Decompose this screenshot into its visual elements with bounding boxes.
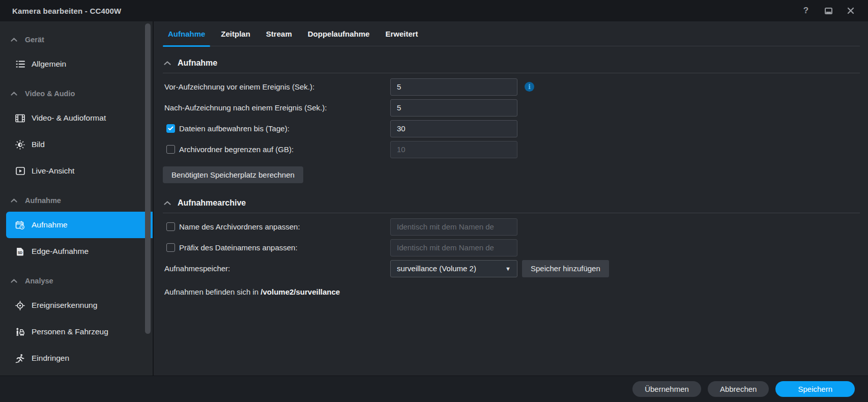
tab-doppelaufnahme[interactable]: Doppelaufnahme	[303, 21, 375, 46]
window-controls: ?	[801, 0, 856, 21]
chevron-up-icon	[164, 201, 171, 205]
save-button[interactable]: Speichern	[775, 381, 855, 397]
sidebar-item-label: Aufnahme	[32, 220, 68, 229]
storage-label: Aufnahmespeicher:	[163, 264, 390, 273]
section-header-aufnahme[interactable]: Aufnahme	[163, 55, 860, 71]
chevron-up-icon	[11, 92, 17, 96]
custom-archive-name-row: Name des Archivordners anpassen:	[163, 216, 860, 237]
storage-select[interactable]: surveillance (Volume 2) ▼	[390, 260, 517, 277]
pre-recording-input[interactable]	[390, 78, 517, 96]
window-title: Kamera bearbeiten - CC400W	[12, 7, 121, 15]
limit-archive-row: Archivordner begrenzen auf (GB):	[163, 139, 860, 160]
recording-calendar-icon	[15, 220, 25, 230]
recording-location-text: Aufnahmen befinden sich in /volume2/surv…	[163, 288, 860, 296]
sidebar-item-bild[interactable]: Bild	[6, 131, 153, 158]
custom-archive-name-label: Name des Archivordners anpassen:	[179, 222, 300, 231]
sidebar-item-live-ansicht[interactable]: Live-Ansicht	[6, 158, 153, 184]
section-title: Aufnahme	[178, 59, 217, 68]
keep-files-label: Dateien aufbewahren bis (Tage):	[179, 124, 290, 133]
section-title: Aufnahmearchive	[178, 198, 246, 208]
tab-erweitert[interactable]: Erweitert	[380, 21, 423, 46]
sidebar-item-label: Ereigniserkennung	[32, 301, 97, 310]
sidebar-item-aufnahme[interactable]: Aufnahme	[6, 212, 153, 238]
sidebar-item-eindringen[interactable]: Eindringen	[6, 345, 153, 371]
check-icon	[168, 126, 173, 131]
dialog-footer: Übernehmen Abbrechen Speichern	[0, 376, 868, 402]
calculate-storage-button[interactable]: Benötigten Speicherplatz berechnen	[163, 166, 303, 183]
list-icon	[15, 60, 25, 69]
svg-text:SD: SD	[18, 250, 22, 254]
sidebar-item-allgemein[interactable]: Allgemein	[6, 51, 153, 77]
chevron-up-icon	[11, 38, 17, 42]
sidebar-item-label: Bild	[32, 140, 45, 149]
sidebar-item-ereigniserkennung[interactable]: Ereigniserkennung	[6, 292, 153, 319]
sidebar-item-label: Live-Ansicht	[32, 166, 74, 176]
sidebar-item-label: Allgemein	[32, 60, 66, 69]
sidebar-item-edge-aufnahme[interactable]: SD Edge-Aufnahme	[6, 238, 153, 265]
sidebar-item-label: Personen & Fahrzeug	[32, 327, 108, 336]
post-recording-row: Nach-Aufzeichnung nach einem Ereignis (S…	[163, 97, 860, 118]
sidebar-section-label: Video & Audio	[25, 90, 75, 98]
chevron-down-icon: ▼	[505, 266, 511, 272]
sidebar-item-label: Video- & Audioformat	[32, 113, 106, 123]
pre-recording-row: Vor-Aufzeichnung vor einem Ereignis (Sek…	[163, 76, 860, 97]
tab-aufnahme[interactable]: Aufnahme	[163, 21, 210, 46]
storage-selected-value: surveillance (Volume 2)	[397, 264, 501, 273]
brightness-icon	[15, 140, 25, 150]
storage-row: Aufnahmespeicher: surveillance (Volume 2…	[163, 258, 860, 279]
live-view-icon	[15, 166, 25, 176]
sidebar-item-videoformat[interactable]: Video- & Audioformat	[6, 105, 153, 131]
main-content: Aufnahme Zeitplan Stream Doppelaufnahme …	[155, 21, 868, 376]
recording-path: /volume2/surveillance	[261, 288, 340, 296]
cancel-button[interactable]: Abbrechen	[708, 381, 769, 397]
info-icon[interactable]: i	[525, 82, 534, 92]
sidebar-item-label: Edge-Aufnahme	[32, 247, 89, 256]
tab-stream[interactable]: Stream	[261, 21, 297, 46]
pre-recording-label: Vor-Aufzeichnung vor einem Ereignis (Sek…	[163, 82, 390, 91]
limit-archive-checkbox[interactable]	[166, 145, 175, 154]
close-icon[interactable]	[846, 6, 856, 16]
maximize-icon[interactable]	[823, 6, 833, 16]
keep-files-row: Dateien aufbewahren bis (Tage):	[163, 118, 860, 139]
running-person-icon	[15, 354, 25, 363]
sidebar-section-label: Gerät	[25, 36, 44, 44]
sidebar-item-personen-fahrzeug[interactable]: Personen & Fahrzeug	[6, 319, 153, 345]
sidebar-scrollbar[interactable]	[145, 23, 151, 334]
chevron-up-icon	[164, 61, 171, 65]
apply-button[interactable]: Übernehmen	[632, 381, 701, 397]
settings-sidebar: Gerät Allgemein Video & Audio Video- & A…	[0, 21, 154, 376]
film-icon	[15, 113, 25, 123]
sidebar-item-label: Eindringen	[32, 354, 69, 363]
add-storage-button[interactable]: Speicher hinzufügen	[522, 260, 609, 277]
titlebar: Kamera bearbeiten - CC400W ?	[0, 0, 868, 21]
custom-prefix-checkbox[interactable]	[166, 243, 175, 252]
target-icon	[15, 301, 25, 310]
person-vehicle-icon	[15, 327, 25, 337]
sidebar-section-label: Aufnahme	[25, 196, 61, 205]
help-icon[interactable]: ?	[801, 6, 811, 16]
limit-archive-input[interactable]	[390, 141, 517, 158]
post-recording-input[interactable]	[390, 99, 517, 117]
custom-prefix-row: Präfix des Dateinamens anpassen:	[163, 237, 860, 258]
sidebar-section-analyse[interactable]: Analyse	[0, 270, 153, 292]
tab-zeitplan[interactable]: Zeitplan	[216, 21, 255, 46]
keep-files-checkbox[interactable]	[166, 124, 175, 133]
custom-archive-name-checkbox[interactable]	[166, 222, 175, 231]
tab-bar: Aufnahme Zeitplan Stream Doppelaufnahme …	[163, 21, 860, 46]
sd-card-icon: SD	[15, 247, 25, 256]
keep-files-input[interactable]	[390, 120, 517, 137]
custom-prefix-input[interactable]	[390, 239, 517, 256]
chevron-up-icon	[11, 198, 17, 203]
section-header-aufnahmearchive[interactable]: Aufnahmearchive	[163, 195, 860, 211]
custom-prefix-label: Präfix des Dateinamens anpassen:	[179, 243, 298, 252]
sidebar-section-label: Analyse	[25, 277, 53, 285]
chevron-up-icon	[11, 279, 17, 283]
custom-archive-name-input[interactable]	[390, 218, 517, 236]
post-recording-label: Nach-Aufzeichnung nach einem Ereignis (S…	[163, 103, 390, 112]
sidebar-section-geraet[interactable]: Gerät	[0, 28, 153, 51]
limit-archive-label: Archivordner begrenzen auf (GB):	[179, 145, 294, 154]
sidebar-section-aufnahme[interactable]: Aufnahme	[0, 189, 153, 212]
sidebar-section-video-audio[interactable]: Video & Audio	[0, 82, 153, 105]
